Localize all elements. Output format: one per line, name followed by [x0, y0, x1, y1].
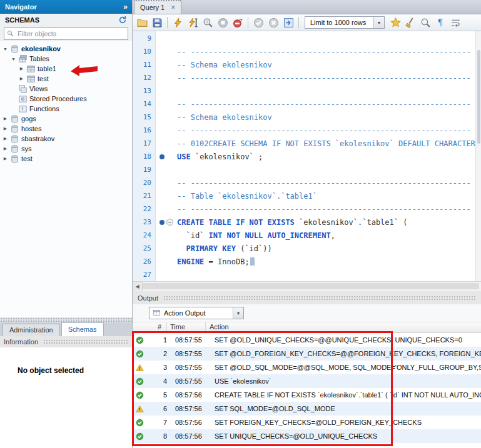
- line-number: 21: [133, 192, 155, 200]
- editor-horizontal-scrollbar[interactable]: ◀: [133, 281, 481, 291]
- line-number: 20: [133, 179, 155, 187]
- marker-gutter: [155, 58, 175, 71]
- tree-item-table1[interactable]: ▶table1: [0, 64, 132, 74]
- open-script-button[interactable]: [135, 16, 149, 29]
- filter-objects-input[interactable]: [16, 29, 125, 38]
- tree-item-test[interactable]: ▶test: [0, 74, 132, 84]
- chevron-down-icon[interactable]: ▼: [373, 17, 384, 28]
- editor-line-9[interactable]: 9: [133, 32, 476, 45]
- invisibles-button[interactable]: ¶: [433, 16, 447, 29]
- editor-line-19[interactable]: 19: [133, 163, 476, 176]
- editor-line-24[interactable]: 24 `id` INT NOT NULL AUTO_INCREMENT,: [133, 229, 476, 242]
- save-script-button[interactable]: [150, 16, 164, 29]
- code-text: -- Schema ekolesnikov: [175, 61, 476, 69]
- editor-line-20[interactable]: 20-- -----------------------------------…: [133, 176, 476, 189]
- sql-editor[interactable]: 910-- ----------------------------------…: [133, 31, 481, 281]
- editor-line-26[interactable]: 26ENGINE = InnoDB;: [133, 255, 476, 268]
- collapsed-arrow-icon[interactable]: ▶: [19, 76, 24, 81]
- marker-gutter: −: [155, 216, 175, 229]
- editor-line-14[interactable]: 14-- -----------------------------------…: [133, 97, 476, 111]
- tree-item-label: test: [21, 155, 33, 162]
- chevron-down-icon[interactable]: ▼: [233, 307, 243, 319]
- output-row-3[interactable]: 308:57:55SET @OLD_SQL_MODE=@@SQL_MODE, S…: [133, 361, 481, 374]
- collapsed-arrow-icon[interactable]: ▶: [3, 116, 8, 121]
- output-row-8[interactable]: 808:57:56SET UNIQUE_CHECKS=@OLD_UNIQUE_C…: [133, 429, 481, 443]
- collapsed-arrow-icon[interactable]: ▶: [19, 66, 24, 71]
- fold-collapse-icon[interactable]: −: [166, 219, 173, 226]
- editor-line-12[interactable]: 12-- -----------------------------------…: [133, 71, 476, 84]
- refresh-schemas-icon[interactable]: [118, 16, 127, 24]
- filter-box[interactable]: [4, 27, 128, 40]
- output-row-7[interactable]: 708:57:56SET FOREIGN_KEY_CHECKS=@OLD_FOR…: [133, 416, 481, 429]
- output-row-4[interactable]: 408:57:55USE `ekolesnikov`: [133, 374, 481, 388]
- editor-line-22[interactable]: 22-- -----------------------------------…: [133, 202, 476, 216]
- panel-splitter[interactable]: [0, 317, 132, 322]
- tab-query-1[interactable]: Query 1 ×: [134, 0, 181, 14]
- explain-button[interactable]: [201, 16, 215, 29]
- toggle-stop-on-error-button[interactable]: [231, 16, 245, 29]
- tree-item-functions[interactable]: fFunctions: [0, 104, 132, 114]
- collapsed-arrow-icon[interactable]: ▶: [3, 156, 8, 161]
- editor-line-17[interactable]: 17-- 0102CREATE SCHEMA IF NOT EXISTS `ek…: [133, 137, 476, 150]
- column-header-time[interactable]: Time: [167, 322, 206, 332]
- tree-item-hostes[interactable]: ▶hostes: [0, 124, 132, 134]
- tree-item-sys[interactable]: ▶sys: [0, 144, 132, 154]
- editor-vertical-scrollbar[interactable]: [475, 31, 481, 281]
- marker-gutter: [155, 150, 175, 163]
- tree-item-label: Functions: [29, 105, 59, 112]
- find-button[interactable]: [418, 16, 432, 29]
- collapsed-arrow-icon[interactable]: ▶: [3, 136, 8, 141]
- schemas-section-header: SCHEMAS: [0, 14, 132, 26]
- stop-button[interactable]: [216, 16, 230, 29]
- output-row-5[interactable]: 508:57:56CREATE TABLE IF NOT EXISTS `eko…: [133, 388, 481, 402]
- execute-current-statement-button[interactable]: [186, 16, 200, 29]
- editor-line-27[interactable]: 27: [133, 268, 476, 281]
- row-number: 1: [149, 336, 172, 344]
- expanded-arrow-icon[interactable]: ▼: [3, 47, 8, 51]
- schema-icon: [10, 154, 19, 164]
- tree-item-test[interactable]: ▶test: [0, 154, 132, 164]
- tab-administration[interactable]: Administration: [3, 324, 60, 336]
- scroll-left-icon[interactable]: ◀: [133, 282, 143, 291]
- tree-item-ekolesnikov[interactable]: ▼ekolesnikov: [0, 44, 132, 54]
- editor-line-18[interactable]: 18USE `ekolesnikov` ;: [133, 150, 476, 163]
- editor-line-13[interactable]: 13: [133, 84, 476, 97]
- collapsed-arrow-icon[interactable]: ▶: [3, 126, 8, 131]
- tree-item-label: ekolesnikov: [21, 45, 61, 52]
- editor-line-11[interactable]: 11-- Schema ekolesnikov: [133, 58, 476, 71]
- limit-rows-dropdown[interactable]: Limit to 1000 rows▼: [305, 16, 385, 29]
- close-tab-icon[interactable]: ×: [171, 4, 175, 11]
- column-header-number[interactable]: #: [133, 322, 167, 332]
- tree-item-views[interactable]: Views: [0, 84, 132, 94]
- tree-item-sbastrakov[interactable]: ▶sbastrakov: [0, 134, 132, 144]
- editor-line-25[interactable]: 25 PRIMARY KEY (`id`)): [133, 242, 476, 255]
- editor-line-16[interactable]: 16-- -----------------------------------…: [133, 124, 476, 137]
- rollback-button[interactable]: [266, 16, 280, 29]
- output-row-1[interactable]: 108:57:55SET @OLD_UNIQUE_CHECKS=@@UNIQUE…: [133, 333, 481, 347]
- editor-line-21[interactable]: 21-- Table `ekolesnikov`.`table1`: [133, 189, 476, 202]
- expanded-arrow-icon[interactable]: ▼: [11, 57, 16, 61]
- tab-schemas[interactable]: Schemas: [61, 322, 104, 336]
- marker-gutter: [155, 97, 175, 111]
- commit-button[interactable]: [251, 16, 265, 29]
- output-view-selector[interactable]: Action Output ▼: [149, 307, 244, 319]
- editor-line-23[interactable]: 23−CREATE TABLE IF NOT EXISTS `ekolesnik…: [133, 216, 476, 229]
- collapse-panel-icon[interactable]: »: [123, 2, 127, 11]
- wrap-text-button[interactable]: [448, 16, 462, 29]
- tree-item-stored-procedures[interactable]: Stored Procedures: [0, 94, 132, 104]
- beautify-button[interactable]: [403, 16, 417, 29]
- output-row-6[interactable]: 608:57:56SET SQL_MODE=@OLD_SQL_MODE: [133, 402, 481, 416]
- collapsed-arrow-icon[interactable]: ▶: [3, 146, 8, 151]
- save-snippet-button[interactable]: [388, 16, 402, 29]
- output-row-2[interactable]: 208:57:55SET @OLD_FOREIGN_KEY_CHECKS=@@F…: [133, 347, 481, 361]
- column-header-action[interactable]: Action: [206, 322, 481, 332]
- code-text: PRIMARY KEY (`id`)): [175, 244, 476, 253]
- editor-line-15[interactable]: 15-- Schema ekolesnikov: [133, 111, 476, 124]
- tree-item-tables[interactable]: ▼Tables: [0, 54, 132, 64]
- scrollbar-thumb[interactable]: [477, 50, 480, 144]
- execute-button[interactable]: [171, 16, 185, 29]
- editor-line-10[interactable]: 10-- -----------------------------------…: [133, 45, 476, 58]
- scrollbar-thumb[interactable]: [143, 283, 479, 289]
- tree-item-gogs[interactable]: ▶gogs: [0, 114, 132, 124]
- toggle-autocommit-button[interactable]: [281, 16, 295, 29]
